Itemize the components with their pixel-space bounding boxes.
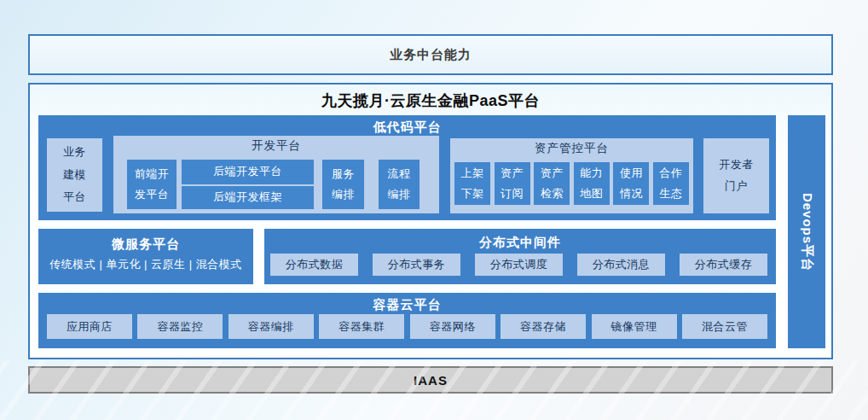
backend-dev-platform-box: 后端开发平台 xyxy=(182,160,314,184)
business-midplatform-banner: 业务中台能力 xyxy=(28,34,833,75)
developer-portal-box: 开发者 门户 xyxy=(703,138,769,213)
asset-search-box: 资产 检索 xyxy=(534,162,570,205)
asset-control-panel: 资产管控平台 上架 下架 资产 订阅 资产 检索 能力 地图 使用 情况 合作 … xyxy=(450,138,693,213)
devops-platform-bar: Devops平台 xyxy=(788,115,825,348)
asset-onoff-shelf-box: 上架 下架 xyxy=(454,162,490,205)
container-storage-box: 容器存储 xyxy=(501,314,586,339)
microservice-modes-label: 传统模式 | 单元化 | 云原生 | 混合模式 xyxy=(38,257,253,272)
container-cloud-row: 应用商店 容器监控 容器编排 容器集群 容器网络 容器存储 镜像管理 混合云管 xyxy=(47,314,767,339)
paas-platform-title: 九天揽月·云原生金融PaaS平台 xyxy=(30,90,831,111)
cooperation-ecosystem-box: 合作 生态 xyxy=(653,162,689,205)
distributed-scheduling-box: 分布式调度 xyxy=(475,254,563,276)
app-store-box: 应用商店 xyxy=(47,314,132,339)
asset-subscription-box: 资产 订阅 xyxy=(495,162,530,205)
middleware-row: 分布式数据 分布式事务 分布式调度 分布式消息 分布式缓存 xyxy=(270,254,767,276)
distributed-transaction-box: 分布式事务 xyxy=(373,254,460,276)
process-orchestration-box: 流程 编排 xyxy=(379,160,420,209)
asset-control-row: 上架 下架 资产 订阅 资产 检索 能力 地图 使用 情况 合作 生态 xyxy=(454,162,689,205)
hybrid-cloud-management-box: 混合云管 xyxy=(682,314,767,339)
business-modeling-platform-box: 业务 建模 平台 xyxy=(47,138,102,212)
container-cloud-section: 容器云平台 应用商店 容器监控 容器编排 容器集群 容器网络 容器存储 镜像管理… xyxy=(38,293,776,348)
container-cluster-box: 容器集群 xyxy=(319,314,404,339)
distributed-message-box: 分布式消息 xyxy=(577,254,665,276)
microservice-platform-section: 微服务平台 传统模式 | 单元化 | 云原生 | 混合模式 xyxy=(38,229,253,284)
service-orchestration-box: 服务 编排 xyxy=(322,160,364,209)
container-network-box: 容器网络 xyxy=(410,314,495,339)
container-orchestration-box: 容器编排 xyxy=(229,314,314,339)
asset-control-title: 资产管控平台 xyxy=(454,141,689,156)
business-midplatform-label: 业务中台能力 xyxy=(390,47,472,63)
distributed-middleware-title: 分布式中间件 xyxy=(264,235,776,251)
iaas-label: IAAS xyxy=(414,373,448,388)
capability-map-box: 能力 地图 xyxy=(574,162,610,205)
distributed-data-box: 分布式数据 xyxy=(270,254,358,276)
dev-platform-title: 开发平台 xyxy=(113,138,439,154)
frontend-dev-platform-box: 前端开 发平台 xyxy=(127,160,176,209)
iaas-bar: IAAS xyxy=(28,366,833,394)
dev-platform-panel: 开发平台 前端开 发平台 后端开发平台 后端开发框架 服务 编排 流程 编排 xyxy=(113,136,439,213)
distributed-cache-box: 分布式缓存 xyxy=(680,254,767,276)
container-cloud-title: 容器云平台 xyxy=(38,297,776,313)
container-monitoring-box: 容器监控 xyxy=(137,314,223,339)
image-management-box: 镜像管理 xyxy=(592,314,677,339)
lowcode-platform-title: 低代码平台 xyxy=(38,120,776,136)
lowcode-platform-section: 低代码平台 业务 建模 平台 开发平台 前端开 发平台 后端开发平台 后端开发框… xyxy=(38,115,776,220)
devops-platform-label: Devops平台 xyxy=(799,192,815,271)
distributed-middleware-section: 分布式中间件 分布式数据 分布式事务 分布式调度 分布式消息 分布式缓存 xyxy=(264,229,776,284)
backend-dev-framework-box: 后端开发框架 xyxy=(182,186,314,209)
microservice-platform-title: 微服务平台 xyxy=(38,236,253,253)
usage-status-box: 使用 情况 xyxy=(613,162,649,205)
